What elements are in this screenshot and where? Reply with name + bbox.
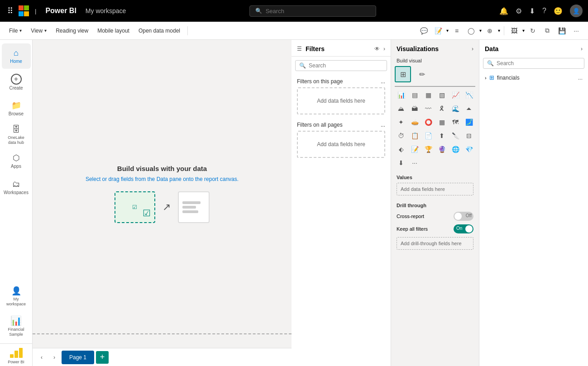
help-icon[interactable]: ? <box>542 7 546 15</box>
insert-btn[interactable]: ⊕ <box>483 24 496 37</box>
viz-kpi[interactable]: ⬆ <box>435 129 448 142</box>
search-input[interactable] <box>266 8 370 14</box>
microsoft-logo <box>19 5 29 16</box>
viz-col-combo[interactable]: 📉 <box>463 89 475 101</box>
global-search-box[interactable]: 🔍 <box>249 5 376 17</box>
viz-values-add-area[interactable]: Add data fields here <box>397 183 473 195</box>
filter-all-pages-add-area[interactable]: Add data fields here <box>297 131 385 158</box>
drill-add-area[interactable]: Add drill-through fields here <box>397 237 473 250</box>
data-search-box[interactable]: 🔍 <box>483 58 584 69</box>
filters-expand-icon[interactable]: › <box>383 46 385 52</box>
sidebar-item-apps[interactable]: ⬡ Apps <box>2 148 31 174</box>
page-tab-1[interactable]: Page 1 <box>62 351 94 364</box>
data-search-input[interactable] <box>497 60 580 67</box>
duplicate-icon[interactable]: ⧉ <box>541 24 554 37</box>
cross-report-toggle[interactable]: Off <box>454 212 473 221</box>
comment-icon[interactable]: 💬 <box>417 24 430 37</box>
filter-page-add-area[interactable]: Add data fields here <box>297 87 385 114</box>
viz-card[interactable]: 📋 <box>408 129 421 142</box>
filters-eye-icon[interactable]: 👁 <box>374 46 380 52</box>
viz-multi-row-card[interactable]: 📄 <box>422 129 435 142</box>
sidebar-item-create[interactable]: + Create <box>2 70 31 95</box>
viz-smart-narr[interactable]: 📝 <box>408 143 421 156</box>
shapes-icon[interactable]: ◯ <box>465 24 478 37</box>
viz-trophy[interactable]: 🏆 <box>422 143 435 156</box>
viz-arrow-down[interactable]: ⬇ <box>395 157 407 169</box>
viz-line[interactable]: 📈 <box>449 89 462 101</box>
viz-treemap[interactable]: ▦ <box>435 116 448 128</box>
viz-pie[interactable]: 🥧 <box>408 116 421 128</box>
save-icon[interactable]: 💾 <box>555 24 568 37</box>
viz-header: Visualizations › <box>391 40 479 56</box>
viz-expand-icon[interactable]: › <box>472 46 473 52</box>
sidebar-item-financial-sample[interactable]: 📊 FinancialSample <box>2 314 31 339</box>
viz-donut[interactable]: ⭕ <box>422 116 435 128</box>
filters-search-input[interactable] <box>309 62 383 69</box>
viz-ribbon[interactable]: 🎗 <box>435 102 448 115</box>
sidebar-item-my-workspace[interactable]: 👤 Myworkspace <box>2 284 31 309</box>
filter-page-more-btn[interactable]: ... <box>381 78 385 85</box>
sidebar-item-browse[interactable]: 📁 Browse <box>2 96 31 121</box>
header-icon[interactable]: ≡ <box>450 24 463 37</box>
keep-all-filters-toggle[interactable]: On <box>454 224 473 233</box>
viz-clustered-bar[interactable]: ▦ <box>422 89 435 101</box>
sidebar-item-onelake[interactable]: 🗄 OneLakedata hub <box>2 122 31 147</box>
insert-chevron[interactable]: ▾ <box>498 28 500 33</box>
sidebar-home-label: Home <box>10 59 22 64</box>
left-sidebar: ⌂ Home + Create 📁 Browse 🗄 OneLakedata h… <box>0 40 33 366</box>
toolbar-separator <box>187 26 188 35</box>
more-icon[interactable]: ··· <box>570 24 583 37</box>
data-expand-icon[interactable]: › <box>581 46 583 52</box>
refresh-icon[interactable]: ↻ <box>526 24 539 37</box>
sidebar-item-workspaces[interactable]: 🗂 Workspaces <box>2 175 31 200</box>
viz-icon-format-btn[interactable]: ✏ <box>414 66 430 82</box>
shapes-chevron[interactable]: ▾ <box>479 28 482 33</box>
workspaces-icon: 🗂 <box>12 180 20 189</box>
page-prev-btn[interactable]: ‹ <box>36 352 47 363</box>
viz-decomp[interactable]: 🔮 <box>435 143 448 156</box>
viz-area[interactable]: ⛰ <box>395 102 407 115</box>
page-next-btn[interactable]: › <box>49 352 60 363</box>
canvas-icon[interactable]: 🖼 <box>508 24 521 37</box>
viz-stacked-bar[interactable]: ▤ <box>408 89 421 101</box>
mobile-layout-btn[interactable]: Mobile layout <box>94 26 133 36</box>
viz-matrix[interactable]: ⊟ <box>463 129 475 142</box>
viz-paint[interactable]: 💎 <box>463 143 475 156</box>
viz-line-area[interactable]: 〰 <box>422 102 435 115</box>
data-expand-chevron[interactable]: › <box>485 75 487 81</box>
filters-search-box[interactable]: 🔍 <box>295 60 387 71</box>
viz-funnel-chart[interactable]: ⏶ <box>463 102 475 115</box>
settings-icon[interactable]: ⚙ <box>516 7 522 15</box>
viz-icon-table-selected[interactable]: ⊞ <box>395 66 411 82</box>
feedback-icon[interactable]: 🙂 <box>554 7 563 15</box>
viz-more-visuals[interactable]: ··· <box>408 157 421 169</box>
viz-waterfall[interactable]: 🌊 <box>449 102 462 115</box>
viz-bar-chart[interactable]: 📊 <box>395 89 407 101</box>
viz-slicer[interactable]: 🔪 <box>449 129 462 142</box>
viz-gauge[interactable]: ⏱ <box>395 129 407 142</box>
download-icon[interactable]: ⬇ <box>529 7 535 15</box>
viz-filled-map[interactable]: 🗾 <box>463 116 475 128</box>
grid-icon[interactable]: ⠿ <box>5 4 15 18</box>
notification-icon[interactable]: 🔔 <box>499 7 508 15</box>
viz-scatter[interactable]: ✦ <box>395 116 407 128</box>
workspace-name[interactable]: My workspace <box>86 7 126 14</box>
data-item-more[interactable]: ... <box>578 75 583 81</box>
view-menu[interactable]: View ▾ <box>27 26 50 36</box>
viz-dec-tree[interactable]: ⬖ <box>395 143 407 156</box>
reading-view-btn[interactable]: Reading view <box>52 26 92 36</box>
open-data-model-btn[interactable]: Open data model <box>135 26 184 36</box>
data-item-financials[interactable]: › ⊞ financials ... <box>479 72 588 83</box>
viz-arcgis[interactable]: 🌐 <box>449 143 462 156</box>
user-avatar[interactable]: 👤 <box>570 5 583 17</box>
text-box-icon[interactable]: 📝 <box>432 24 445 37</box>
canvas-chevron[interactable]: ▾ <box>522 28 525 33</box>
viz-map[interactable]: 🗺 <box>449 116 462 128</box>
sidebar-item-home[interactable]: ⌂ Home <box>2 43 31 69</box>
filter-all-pages-more-btn[interactable]: ... <box>381 122 385 128</box>
file-menu[interactable]: File ▾ <box>5 26 25 36</box>
add-page-btn[interactable]: + <box>96 351 109 364</box>
text-box-chevron[interactable]: ▾ <box>446 28 449 33</box>
viz-stacked-area[interactable]: 🏔 <box>408 102 421 115</box>
viz-100-bar[interactable]: ▧ <box>435 89 448 101</box>
